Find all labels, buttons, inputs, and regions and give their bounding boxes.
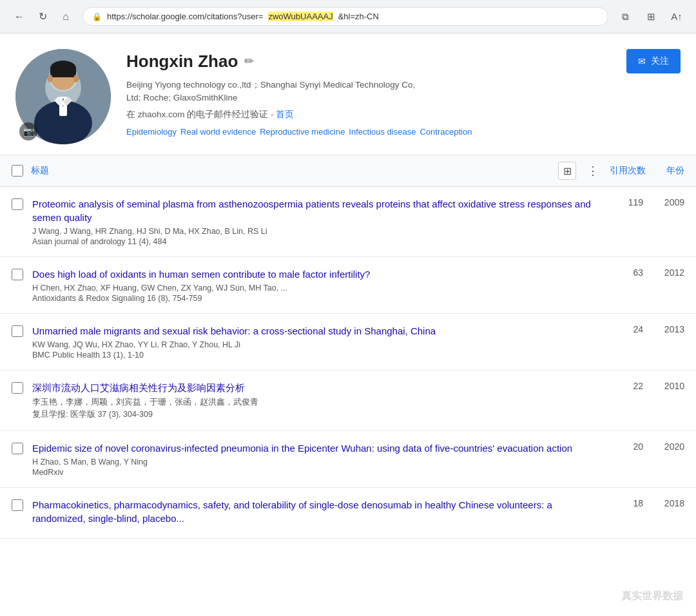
- homepage-link[interactable]: 首页: [276, 110, 294, 119]
- paper-journal-2: BMC Public Health 13 (1), 1-10: [32, 351, 595, 360]
- profile-name-row: Hongxin Zhao ✏ ✉ 关注: [126, 49, 681, 73]
- paper-title-1[interactable]: Does high load of oxidants in human seme…: [32, 267, 595, 281]
- grid-icon-button[interactable]: ⊞: [642, 8, 660, 26]
- paper-authors-0: J Wang, J Wang, HR Zhang, HJ Shi, D Ma, …: [32, 227, 595, 236]
- verified-text: 在 zhaohx.com 的电子邮件经过验证 -: [126, 110, 276, 119]
- paper-journal-0: Asian journal of andrology 11 (4), 484: [32, 237, 595, 246]
- refresh-button[interactable]: ↻: [34, 8, 52, 26]
- profile-section: 📷 Hongxin Zhao ✏ ✉ 关注 Beijing Yiyong tec…: [0, 34, 696, 155]
- paper-authors-3: 李玉艳，李娜，周颖，刘宾益，于珊，张函，赵洪鑫，武俊青: [32, 397, 595, 408]
- paper-citations-3: 22: [604, 381, 643, 391]
- paper-content-1: Does high load of oxidants in human seme…: [32, 267, 595, 303]
- address-bar[interactable]: 🔒 https://scholar.google.com/citations?u…: [82, 7, 608, 26]
- paper-title-4[interactable]: Epidemic size of novel coronavirus-infec…: [32, 441, 595, 455]
- svg-point-10: [73, 75, 79, 82]
- paper-content-4: Epidemic size of novel coronavirus-infec…: [32, 441, 595, 477]
- profile-name: Hongxin Zhao: [126, 52, 238, 72]
- url-highlighted: zwoWubUAAAAJ: [268, 12, 333, 21]
- paper-checkbox-1[interactable]: [12, 269, 23, 280]
- paper-authors-2: KW Wang, JQ Wu, HX Zhao, YY Li, R Zhao, …: [32, 340, 595, 349]
- paper-checkbox-0[interactable]: [12, 198, 23, 210]
- affiliation-line1: Beijing Yiyong technology co.,ltd；Shangh…: [126, 80, 415, 90]
- back-button[interactable]: ←: [10, 8, 28, 26]
- url-suffix: &hl=zh-CN: [338, 12, 379, 21]
- paper-journal-3: 复旦学报: 医学版 37 (3), 304-309: [32, 409, 595, 420]
- paper-year-2: 2013: [652, 324, 684, 334]
- paper-checkbox-5[interactable]: [12, 499, 23, 511]
- paper-title-0[interactable]: Proteomic analysis of seminal plasma fro…: [32, 197, 595, 224]
- paper-citations-4: 20: [604, 441, 643, 452]
- lock-icon: 🔒: [92, 12, 102, 21]
- add-button[interactable]: ⊞: [558, 162, 576, 180]
- paper-authors-1: H Chen, HX Zhao, XF Huang, GW Chen, ZX Y…: [32, 284, 595, 293]
- paper-content-3: 深圳市流动人口艾滋病相关性行为及影响因素分析 李玉艳，李娜，周颖，刘宾益，于珊，…: [32, 381, 595, 420]
- paper-title-5[interactable]: Pharmacokinetics, pharmacodynamics, safe…: [32, 498, 595, 525]
- paper-content-2: Unmarried male migrants and sexual risk …: [32, 324, 595, 360]
- paper-title-3[interactable]: 深圳市流动人口艾滋病相关性行为及影响因素分析: [32, 381, 595, 394]
- svg-point-9: [48, 75, 53, 82]
- paper-content-0: Proteomic analysis of seminal plasma fro…: [32, 197, 595, 246]
- table-row: 深圳市流动人口艾滋病相关性行为及影响因素分析 李玉艳，李娜，周颖，刘宾益，于珊，…: [0, 371, 696, 431]
- paper-title-2[interactable]: Unmarried male migrants and sexual risk …: [32, 324, 595, 338]
- home-button[interactable]: ⌂: [57, 8, 75, 26]
- paper-year-4: 2020: [652, 441, 684, 452]
- paper-year-5: 2018: [652, 498, 684, 508]
- svg-rect-5: [50, 67, 76, 77]
- edit-icon[interactable]: ✏: [244, 54, 254, 68]
- year-header[interactable]: 年份: [666, 165, 684, 177]
- paper-checkbox-4[interactable]: [12, 443, 23, 454]
- papers-list: Proteomic analysis of seminal plasma fro…: [0, 187, 696, 539]
- citations-header[interactable]: 引用次数: [610, 165, 646, 177]
- paper-citations-2: 24: [604, 324, 643, 334]
- select-all-checkbox[interactable]: [12, 165, 23, 177]
- avatar-container: 📷: [15, 49, 111, 144]
- profile-info: Hongxin Zhao ✏ ✉ 关注 Beijing Yiyong techn…: [126, 49, 681, 137]
- paper-year-1: 2012: [652, 267, 684, 278]
- paper-checkbox-3[interactable]: [12, 382, 23, 394]
- affiliation: Beijing Yiyong technology co.,ltd；Shangh…: [126, 79, 681, 105]
- tag-1[interactable]: Real world evidence: [180, 127, 256, 137]
- paper-citations-1: 63: [604, 267, 643, 278]
- url-prefix: https://scholar.google.com/citations?use…: [107, 12, 263, 21]
- more-options-button[interactable]: ⋮: [584, 162, 602, 180]
- paper-year-0: 2009: [652, 197, 684, 207]
- font-icon-button[interactable]: A↑: [668, 8, 686, 26]
- table-row: Epidemic size of novel coronavirus-infec…: [0, 431, 696, 488]
- paper-authors-4: H Zhao, S Man, B Wang, Y Ning: [32, 457, 595, 467]
- paper-citations-5: 18: [604, 498, 643, 508]
- paper-citations-0: 119: [604, 197, 643, 207]
- follow-button[interactable]: ✉ 关注: [626, 49, 681, 73]
- affiliation-line2: Ltd; Roche; GlaxoSmithKline: [126, 93, 238, 102]
- paper-journal-1: Antioxidants & Redox Signaling 16 (8), 7…: [32, 294, 595, 303]
- table-title-header[interactable]: 标题: [31, 165, 49, 177]
- follow-label: 关注: [651, 55, 669, 67]
- table-row: Does high load of oxidants in human seme…: [0, 257, 696, 314]
- table-row: Pharmacokinetics, pharmacodynamics, safe…: [0, 488, 696, 539]
- table-row: Unmarried male migrants and sexual risk …: [0, 314, 696, 371]
- table-row: Proteomic analysis of seminal plasma fro…: [0, 187, 696, 257]
- verified-email: 在 zhaohx.com 的电子邮件经过验证 - 首页: [126, 109, 681, 120]
- paper-year-3: 2010: [652, 381, 684, 391]
- table-header: 标题 ⊞ ⋮ 引用次数 年份: [0, 155, 696, 187]
- follow-icon: ✉: [638, 56, 646, 66]
- nav-buttons: ← ↻ ⌂: [10, 8, 75, 26]
- paper-content-5: Pharmacokinetics, pharmacodynamics, safe…: [32, 498, 595, 528]
- browser-actions: ⧉ ⊞ A↑: [616, 8, 686, 26]
- tag-3[interactable]: Infectious disease: [349, 127, 416, 137]
- tab-icon-button[interactable]: ⧉: [616, 8, 634, 26]
- tag-2[interactable]: Reproductive medicine: [260, 127, 345, 137]
- paper-checkbox-2[interactable]: [12, 325, 23, 337]
- browser-chrome: ← ↻ ⌂ 🔒 https://scholar.google.com/citat…: [0, 0, 696, 34]
- tag-0[interactable]: Epidemiology: [126, 127, 177, 137]
- tag-4[interactable]: Contraception: [420, 127, 472, 137]
- tags-container: EpidemiologyReal world evidenceReproduct…: [126, 127, 681, 137]
- camera-icon[interactable]: 📷: [19, 122, 37, 140]
- paper-journal-4: MedRxiv: [32, 468, 595, 477]
